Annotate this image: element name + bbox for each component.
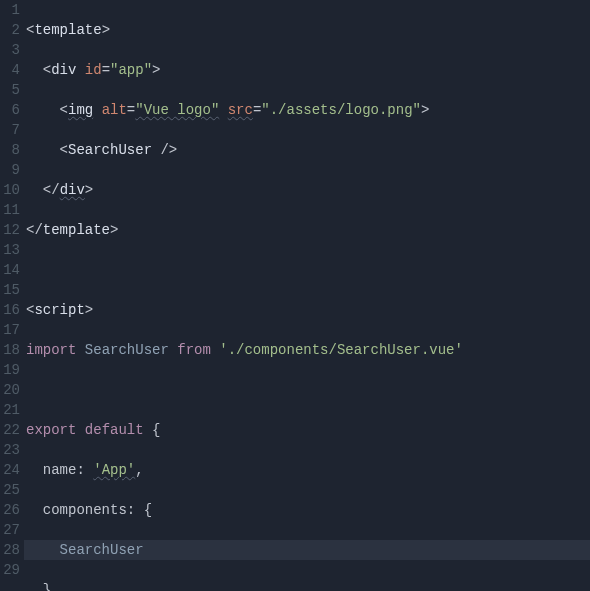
line-number: 23	[0, 440, 20, 460]
line-number: 26	[0, 500, 20, 520]
line-number: 3	[0, 40, 20, 60]
code-line[interactable]: <div id="app">	[26, 60, 590, 80]
line-number: 16	[0, 300, 20, 320]
code-line[interactable]: }	[26, 580, 590, 591]
code-line[interactable]: <SearchUser />	[26, 140, 590, 160]
code-area[interactable]: <template> <div id="app"> <img alt="Vue …	[24, 0, 590, 591]
line-number: 15	[0, 280, 20, 300]
line-number: 8	[0, 140, 20, 160]
code-line[interactable]: <script>	[26, 300, 590, 320]
code-line[interactable]: <img alt="Vue logo" src="./assets/logo.p…	[26, 100, 590, 120]
line-number: 20	[0, 380, 20, 400]
code-line[interactable]	[26, 260, 590, 280]
line-number: 2	[0, 20, 20, 40]
code-line[interactable]: export default {	[26, 420, 590, 440]
line-number: 28	[0, 540, 20, 560]
line-number: 17	[0, 320, 20, 340]
line-number: 9	[0, 160, 20, 180]
code-line[interactable]: import SearchUser from './components/Sea…	[26, 340, 590, 360]
code-line[interactable]: </div>	[26, 180, 590, 200]
line-number: 19	[0, 360, 20, 380]
line-number: 10	[0, 180, 20, 200]
code-editor[interactable]: 1 2 3 4 5 6 7 8 9 10 11 12 13 14 15 16 1…	[0, 0, 590, 591]
code-line[interactable]: </template>	[26, 220, 590, 240]
line-number: 24	[0, 460, 20, 480]
line-number: 14	[0, 260, 20, 280]
line-number: 6	[0, 100, 20, 120]
line-number: 4	[0, 60, 20, 80]
code-line[interactable]	[26, 380, 590, 400]
line-number: 29	[0, 560, 20, 580]
line-number: 22	[0, 420, 20, 440]
line-number: 18	[0, 340, 20, 360]
line-number: 1	[0, 0, 20, 20]
line-number: 21	[0, 400, 20, 420]
line-number: 25	[0, 480, 20, 500]
code-line[interactable]: name: 'App',	[26, 460, 590, 480]
line-number: 13	[0, 240, 20, 260]
code-line[interactable]: <template>	[26, 20, 590, 40]
line-number: 7	[0, 120, 20, 140]
line-number: 5	[0, 80, 20, 100]
code-line-current[interactable]: SearchUser	[24, 540, 590, 560]
line-number-gutter: 1 2 3 4 5 6 7 8 9 10 11 12 13 14 15 16 1…	[0, 0, 24, 591]
line-number: 11	[0, 200, 20, 220]
line-number: 12	[0, 220, 20, 240]
line-number: 27	[0, 520, 20, 540]
code-line[interactable]: components: {	[26, 500, 590, 520]
